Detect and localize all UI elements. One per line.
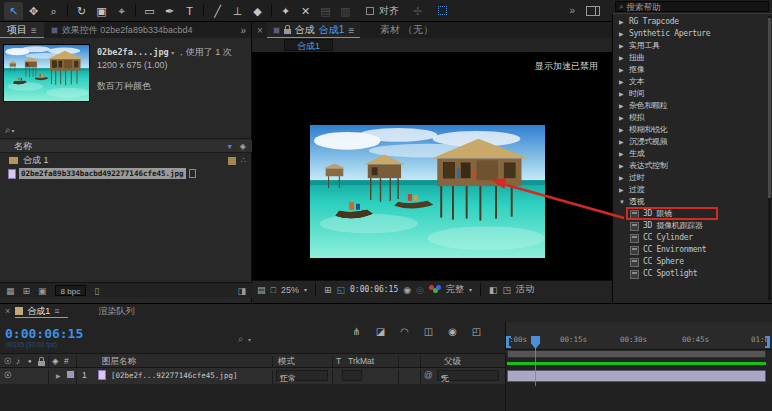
time-ruler[interactable]: :00s 00:15s 00:30s 00:45s 01:0	[505, 322, 772, 350]
magnification-icon[interactable]: ▤	[257, 285, 266, 295]
layer-visibility-eye-icon[interactable]: ☉	[4, 370, 12, 380]
resolution-select[interactable]: 完整	[446, 283, 464, 296]
pixel-aspect-icon[interactable]: ◳	[502, 285, 511, 295]
interpret-footage-icon[interactable]: ▦	[6, 286, 15, 296]
shy-icon[interactable]: ◠	[398, 326, 411, 337]
layer-color-swatch[interactable]	[66, 370, 75, 379]
motion-blur-icon[interactable]: ◉	[446, 326, 459, 337]
work-area-end-bracket[interactable]	[765, 336, 770, 348]
layer-duration-bar[interactable]	[507, 370, 766, 382]
screen-icon[interactable]: □	[271, 285, 276, 295]
lock-icon[interactable]	[284, 29, 291, 34]
twirl-icon[interactable]: ▶	[619, 148, 629, 160]
twirl-icon[interactable]: ▶	[619, 64, 629, 76]
pan-behind-tool-icon[interactable]: ⌖	[112, 2, 131, 20]
project-list-header[interactable]: 名称 ▾ ◈	[0, 140, 252, 153]
grid-guides-icon[interactable]: ⊞	[324, 285, 332, 295]
scrollbar-thumb[interactable]	[768, 18, 771, 198]
video-column-icon[interactable]: ☉	[4, 356, 12, 366]
twirl-icon[interactable]: ▶	[619, 124, 629, 136]
effects-group-text[interactable]: ▶文本	[613, 76, 767, 88]
region-of-interest-icon[interactable]: ◱	[337, 285, 346, 295]
draft-3d-icon[interactable]: ◪	[374, 326, 387, 337]
effects-group-simulation[interactable]: ▶模拟	[613, 112, 767, 124]
composition-stage[interactable]: 显示加速已禁用	[252, 52, 612, 280]
twirl-icon[interactable]: ▶	[619, 112, 629, 124]
panel-menu-icon[interactable]: ≡	[31, 25, 37, 36]
align-checkbox[interactable]	[366, 7, 374, 15]
selection-tool-icon[interactable]: ↖	[4, 2, 23, 20]
label-color-swatch[interactable]	[228, 157, 236, 165]
text-tool-icon[interactable]: T	[180, 2, 199, 20]
index-column-header[interactable]: #	[64, 356, 69, 366]
effects-group-immersive-video[interactable]: ▶沉浸式视频	[613, 136, 767, 148]
clone-stamp-tool-icon[interactable]: ⊥	[228, 2, 247, 20]
parent-column-header[interactable]: 父级	[444, 356, 461, 368]
trkmat-box[interactable]	[342, 370, 362, 381]
twirl-icon[interactable]: ▶	[619, 52, 629, 64]
puppet-pin-tool-icon[interactable]: ✕	[296, 2, 315, 20]
effects-group-keying[interactable]: ▶抠像	[613, 64, 767, 76]
layer-row[interactable]: ☉ ▶ 1 [02be2f...92277146cfe45.jpg] 正常 ▾ …	[0, 368, 505, 384]
footage-thumbnail[interactable]	[3, 44, 90, 102]
panel-menu-icon[interactable]: ≡	[54, 306, 59, 316]
label-column-icon[interactable]: ◈	[52, 356, 59, 366]
parent-select[interactable]: 无 ▾	[437, 370, 499, 381]
preview-timecode[interactable]: 0:00:06:15	[350, 285, 398, 294]
chevron-down-icon[interactable]: ▾	[171, 50, 174, 56]
pen-tool-icon[interactable]: ✒	[160, 2, 179, 20]
breadcrumb[interactable]: 合成1	[284, 39, 333, 51]
effect-item-cc-environment[interactable]: CC Environment	[613, 244, 767, 256]
show-channels-icon[interactable]	[429, 285, 441, 294]
timeline-search-field[interactable]: ⌕ ▾	[238, 328, 251, 346]
blend-mode-select[interactable]: 正常 ▾	[276, 370, 328, 381]
camera-tool-icon[interactable]: ▣	[92, 2, 111, 20]
help-search-input[interactable]	[626, 2, 765, 12]
twirl-icon[interactable]: ▶	[619, 16, 629, 28]
twirl-icon[interactable]: ▶	[619, 184, 629, 196]
snap-dotted-icon[interactable]	[438, 6, 447, 15]
effects-group-blur-sharpen[interactable]: ▶模糊和锐化	[613, 124, 767, 136]
twirl-icon[interactable]: ▶	[619, 40, 629, 52]
composition-image[interactable]	[310, 125, 545, 258]
label-column-icon[interactable]: ◈	[240, 142, 246, 151]
workspace-icon[interactable]	[586, 6, 600, 16]
effect-item-cc-cylinder[interactable]: CC Cylinder	[613, 232, 767, 244]
chevron-down-icon[interactable]: ▾	[304, 286, 307, 293]
effects-group-distort[interactable]: ▶扭曲	[613, 52, 767, 64]
panel-resize-icon[interactable]: ◨	[237, 286, 246, 296]
name-column-header[interactable]: 名称	[0, 140, 32, 153]
zoom-tool-icon[interactable]: ⌕	[44, 2, 63, 20]
bit-depth-button[interactable]: 8 bpc	[55, 285, 87, 296]
frame-blending-icon[interactable]: ◫	[422, 326, 435, 337]
layer-expander-icon[interactable]: ▶	[56, 372, 61, 379]
graph-editor-icon[interactable]: ◰	[470, 326, 483, 337]
twirl-icon[interactable]: ▶	[619, 100, 629, 112]
close-icon[interactable]: ×	[257, 25, 263, 36]
panel-menu-icon[interactable]: ≡	[348, 25, 354, 36]
effects-group-expression-controls[interactable]: ▶表达式控制	[613, 160, 767, 172]
new-composition-icon[interactable]: ▣	[38, 286, 47, 296]
effect-item-cc-sphere[interactable]: CC Sphere	[613, 256, 767, 268]
mini-flowchart-icon[interactable]: ⋔	[350, 326, 363, 337]
effects-group-synthetic-aperture[interactable]: ▶Synthetic Aperture	[613, 28, 767, 40]
tab-composition[interactable]: 合成 合成1 ≡	[267, 22, 360, 38]
solo-column-icon[interactable]: ●	[28, 358, 32, 364]
tab-footage-viewer[interactable]: 素材 （无）	[380, 23, 433, 37]
show-snapshot-icon[interactable]: ◎	[416, 285, 424, 295]
twirl-icon[interactable]: ▶	[619, 28, 629, 40]
effect-item-cc-spotlight[interactable]: CC Spotlight	[613, 268, 767, 280]
pickwhip-icon[interactable]: @	[424, 370, 433, 380]
twirl-icon[interactable]: ▶	[619, 160, 629, 172]
active-camera-select[interactable]: 活动	[516, 283, 534, 296]
current-timecode[interactable]: 0:00:06:15	[5, 326, 83, 341]
twirl-icon[interactable]: ▶	[619, 172, 629, 184]
work-area-start-bracket[interactable]	[506, 336, 511, 348]
project-search-field[interactable]: ⌕ ▾	[0, 122, 252, 139]
effect-item-3d-glasses[interactable]: 3D 眼镜	[613, 208, 767, 220]
zoom-level-select[interactable]: 25%	[281, 285, 299, 295]
layer-name-column-header[interactable]: 图层名称	[102, 356, 136, 368]
target-icon[interactable]: ◧	[489, 285, 498, 295]
roto-brush-tool-icon[interactable]: ✦	[276, 2, 295, 20]
twirl-icon[interactable]: ▶	[619, 88, 629, 100]
